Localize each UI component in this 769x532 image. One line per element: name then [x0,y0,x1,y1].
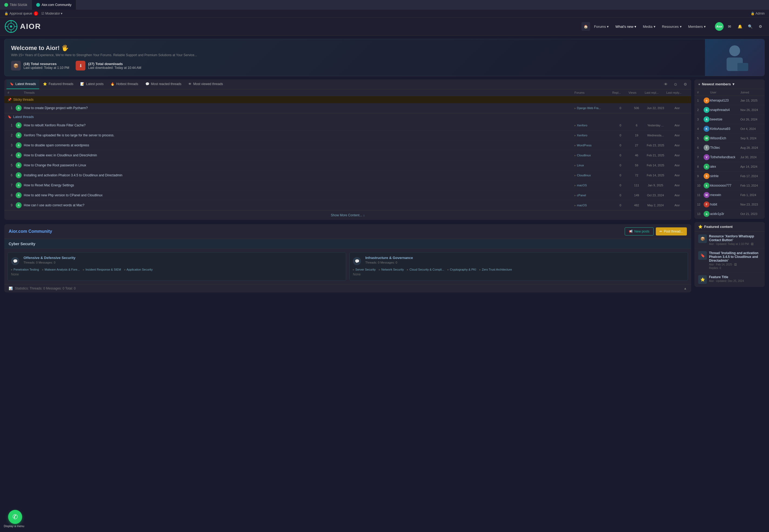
member-row[interactable]: 3 A beeetsie Oct 26, 2024 [694,115,765,124]
member-row[interactable]: 6 T Th3tec Aug 28, 2024 [694,143,765,153]
nav-members[interactable]: Members ▾ [686,23,709,30]
messages-btn[interactable]: ✉ [725,22,734,31]
latest-thread-row[interactable]: 8 A How to add new Php version to CPanel… [4,190,691,200]
tab-most-reacted[interactable]: 💬Most reacted threads [142,79,185,89]
forum-sub-item[interactable]: Malware Analysis & Fore... [42,268,80,271]
forum-action-btns: 📢New posts ✏Post thread... [625,227,687,235]
stats-scroll-top[interactable]: ▲ [684,287,687,290]
tab-ctrl-circle[interactable]: ⊙ [672,80,679,88]
forum-sub-item[interactable]: Incident Response & SIEM [83,268,121,271]
latest-thread-row[interactable]: 2 A Xenforo The uploaded file is too lar… [4,130,691,140]
show-more-btn[interactable]: Show More Content... ↓ [4,210,691,220]
tab-featured-threads[interactable]: ⭐Featured threads [40,79,76,89]
svg-point-2 [10,25,12,28]
member-row[interactable]: 5 W WilsonEich Sep 9, 2024 [694,134,765,143]
post-thread-btn[interactable]: ✏Post thread... [656,227,687,235]
tab-most-viewed[interactable]: 👁Most viewed threads [185,79,226,89]
sticky-thread-row[interactable]: 1 A How to create Django project with Py… [4,103,691,113]
forum-cards: 💬 Offensive & Defensive Security Threads… [4,249,691,284]
settings-btn[interactable]: ⚙ [756,22,765,31]
welcome-stat-1: 📦 (18) Total resources Last updated: Tod… [11,61,69,70]
nav-home[interactable]: 🏠 [582,22,590,31]
thread-tab-controls: 👁 ⊙ ⚙ [662,80,689,88]
member-row[interactable]: 12 F hobit Nov 23, 2023 [694,200,765,209]
member-row[interactable]: 11 M mexwin Feb 1, 2024 [694,190,765,200]
browser-tab-2[interactable]: Aior.com Community [32,0,76,10]
forum-sub-item[interactable]: Cryptography & PKI [448,268,476,271]
main-nav: 🏠 Forums ▾ What's new ▾ Media ▾ Resource… [582,22,709,31]
tab-latest-threads[interactable]: 🔖Latest threads [6,79,39,89]
welcome-stats: 📦 (18) Total resources Last updated: Tod… [11,61,758,70]
members-section: Newest members ▾ # User Joined 1 o khena… [694,79,765,219]
stat-2-title: (27) Total downloads [88,62,141,66]
thread-tabs: 🔖Latest threads ⭐Featured threads 📝Lates… [4,79,691,89]
latest-thread-row[interactable]: 7 A How to Reset Mac Energy Settings mac… [4,180,691,190]
card-1-none: None [11,271,342,277]
nav-forums[interactable]: Forums ▾ [591,23,612,30]
forum-card-2: 💬 Infrastructure & Governance Threads: 0… [349,252,688,281]
approval-badge: 1 [34,11,38,16]
member-row[interactable]: 9 S sinhle Feb 17, 2024 [694,171,765,181]
tab-label-2: Aior.com Community [42,3,72,7]
nav-icons: Aior ✉ 🔔 🔍 ⚙ [715,22,765,31]
latest-thread-row[interactable]: 9 A How can I use auto correct words at … [4,200,691,210]
featured-item-title: Feature Title [709,275,744,279]
featured-item[interactable]: 🔖 Thread 'Installing and activation Phal… [694,248,765,272]
forum-sub-item[interactable]: Network Security [379,268,404,271]
latest-thread-row[interactable]: 1 A How to rebuilt Xenforo Route Filter … [4,120,691,130]
latest-thread-row[interactable]: 5 A How to Change the Root password in L… [4,160,691,170]
featured-item-icon: 🔖 [698,251,707,260]
tab-ctrl-settings[interactable]: ⚙ [681,80,689,88]
member-row[interactable]: 13 a acidv1p3r Oct 21, 2023 [694,209,765,219]
member-row[interactable]: 10 k kkooooooo777 Feb 13, 2024 [694,181,765,190]
forum-sub-item[interactable]: Zero Trust Architecture [479,268,512,271]
search-btn[interactable]: 🔍 [746,22,754,31]
forum-sub-item[interactable]: Cloud Security & Compli... [407,268,444,271]
threads-section: 🔖Latest threads ⭐Featured threads 📝Lates… [4,79,691,220]
forum-sub-item[interactable]: Server Security [353,268,375,271]
notifications-btn[interactable]: 🔔 [736,22,744,31]
featured-item-meta: Aior · Updated: Dec 25, 2024 [709,280,744,282]
featured-item-title: Thread 'Installing and activation Phalco… [709,251,761,262]
latest-threads-header: 🔖 Latest threads [4,113,691,120]
tab-latest-posts[interactable]: 📝Latest posts [77,79,107,89]
topbar-moderator[interactable]: ☑ Moderator ▾ [41,12,62,15]
welcome-image [705,39,764,76]
member-row[interactable]: 4 K KiritoAsuna93 Oct 4, 2024 [694,124,765,134]
tab-icon-2 [36,3,40,7]
featured-item[interactable]: ⭐ Feature Title Aior · Updated: Dec 25, … [694,272,765,287]
member-row[interactable]: 7 V Tothehellandback Jul 30, 2024 [694,153,765,162]
forum-sub-item[interactable]: Application Security [124,268,153,271]
forum-card-1: 💬 Offensive & Defensive Security Threads… [8,252,346,281]
stat-2-icon: ⬇ [76,61,85,70]
member-row[interactable]: 8 a alex Apr 14, 2024 [694,162,765,171]
topbar-approval[interactable]: 🔒 Approval queue 1 [4,11,38,16]
stat-1-icon: 📦 [11,61,21,70]
tab-hottest-threads[interactable]: 🔥Hottest threads [107,79,141,89]
member-row[interactable]: 1 o khenapul123 Jan 15, 2025 [694,96,765,105]
browser-tab-1[interactable]: Tibbi Sözlük [0,0,32,10]
member-row[interactable]: 2 S snapthreads4 Nov 26, 2024 [694,105,765,115]
tab-ctrl-eye[interactable]: 👁 [662,80,670,88]
card-2-sub-items: Server SecurityNetwork SecurityCloud Sec… [353,268,684,271]
latest-thread-row[interactable]: 6 A Installing and activation Phalcon 3.… [4,170,691,180]
latest-thread-row[interactable]: 4 A How to Enable exec in Cloudlinux and… [4,150,691,160]
forum-sub-item[interactable]: Penetration Testing [11,268,39,271]
card-2-none: None [353,271,684,277]
stat-2-sub: Last downloaded: Today at 10:44 AM [88,66,141,70]
nav-whats-new[interactable]: What's new ▾ [613,23,639,30]
nav-media[interactable]: Media ▾ [640,23,658,30]
latest-thread-row[interactable]: 3 A How to disable spam comments at word… [4,140,691,150]
user-avatar-btn[interactable]: Aior [715,22,724,31]
card-1-icon: 💬 [11,257,19,265]
thread-table-header: # Threads Forums Repl... Views Last repl… [4,89,691,96]
new-posts-btn[interactable]: 📢New posts [625,227,654,235]
header: AIOR 🏠 Forums ▾ What's new ▾ Media ▾ Res… [0,18,769,36]
nav-resources[interactable]: Resources ▾ [659,23,684,30]
svg-point-7 [729,45,740,56]
welcome-subtitle: With 15+ Years of Experience, We're Here… [11,53,758,57]
featured-item-meta: Aior · Feb 14, 2025 · 🖼 [709,263,761,266]
main-left: 🔖Latest threads ⭐Featured threads 📝Lates… [4,79,691,297]
featured-item[interactable]: 📦 Resource 'Xenforo Whatsapp Contact But… [694,232,765,248]
logo[interactable]: AIOR [4,20,41,33]
